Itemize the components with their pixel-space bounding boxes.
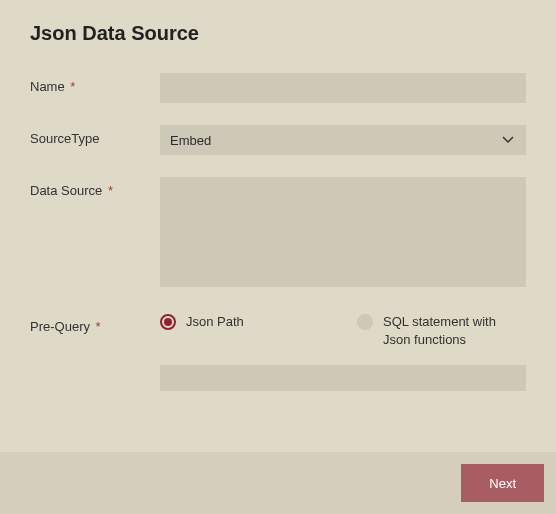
radio-icon: [160, 314, 176, 330]
radio-json-path[interactable]: Json Path: [160, 313, 329, 331]
next-button[interactable]: Next: [461, 464, 544, 502]
chevron-down-icon: [502, 136, 514, 144]
radio-sql-json[interactable]: SQL statement with Json functions: [357, 313, 526, 349]
label-prequery: Pre-Query *: [30, 313, 160, 334]
required-mark: *: [96, 319, 101, 334]
page-title: Json Data Source: [30, 22, 526, 45]
row-datasource: Data Source *: [30, 177, 526, 291]
name-input[interactable]: [160, 73, 526, 103]
radio-icon: [357, 314, 373, 330]
label-name-text: Name: [30, 79, 65, 94]
required-mark: *: [70, 79, 75, 94]
label-name: Name *: [30, 73, 160, 94]
label-datasource-text: Data Source: [30, 183, 102, 198]
row-sourcetype: SourceType Embed: [30, 125, 526, 155]
label-sourcetype: SourceType: [30, 125, 160, 146]
sourcetype-selected-value: Embed: [170, 133, 211, 148]
prequery-input[interactable]: [160, 365, 526, 391]
radio-json-path-label: Json Path: [186, 313, 244, 331]
label-prequery-text: Pre-Query: [30, 319, 90, 334]
label-sourcetype-text: SourceType: [30, 131, 99, 146]
required-mark: *: [108, 183, 113, 198]
radio-sql-json-label: SQL statement with Json functions: [383, 313, 526, 349]
row-name: Name *: [30, 73, 526, 103]
label-datasource: Data Source *: [30, 177, 160, 198]
row-prequery: Pre-Query * Json Path SQL statement with…: [30, 313, 526, 391]
sourcetype-select[interactable]: Embed: [160, 125, 526, 155]
footer-bar: Next: [0, 452, 556, 514]
datasource-textarea[interactable]: [160, 177, 526, 287]
